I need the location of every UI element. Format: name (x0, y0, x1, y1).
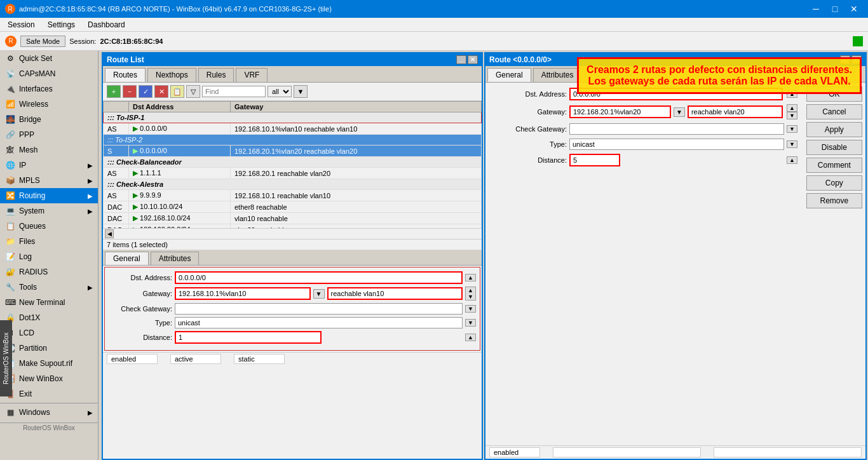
detail-distance-scroll[interactable]: ▲ (787, 156, 797, 164)
sidebar-item-ppp[interactable]: 🔗 PPP (0, 127, 98, 142)
minimize-button[interactable]: ─ (807, 3, 825, 15)
table-row-selected[interactable]: S ▶ 0.0.0.0/0 192.168.20.1%vlan20 reacha… (104, 145, 482, 157)
menu-settings[interactable]: Settings (43, 19, 80, 30)
route-list-close[interactable]: ✕ (468, 55, 478, 64)
check-gateway-scroll[interactable]: ▼ (465, 305, 476, 313)
menu-dashboard[interactable]: Dashboard (83, 19, 130, 30)
detail-distance-input[interactable] (569, 154, 620, 166)
routing-arrow-icon: ▶ (88, 193, 93, 200)
route-list-controls[interactable]: _ ✕ (456, 55, 478, 64)
detail-type-scroll[interactable]: ▼ (787, 140, 797, 148)
dst-scroll-up[interactable]: ▲ (465, 274, 476, 281)
detail-form: Dst. Address: ▲ Gateway: ▼ ▲ ▼ (485, 83, 803, 445)
status-enabled: enabled (107, 354, 158, 364)
safe-mode-button[interactable]: Safe Mode (20, 36, 65, 47)
distance-scroll[interactable]: ▲ (465, 334, 476, 341)
detail-tab-attributes[interactable]: Attributes (533, 68, 582, 82)
route-list-window: Route List _ ✕ Routes Nexthops Rules VRF… (102, 52, 483, 460)
detail-status-bar: enabled (485, 445, 865, 459)
detail-gateway-scroll[interactable]: ▲ ▼ (787, 104, 797, 119)
sidebar-item-exit[interactable]: 🚪 Exit (0, 386, 98, 402)
sidebar-item-ip[interactable]: 🌐 IP ▶ (0, 158, 98, 173)
sidebar-item-wireless[interactable]: 📶 Wireless (0, 97, 98, 112)
detail-gateway-input[interactable] (569, 105, 671, 118)
detail-gateway-dropdown[interactable]: ▼ (674, 107, 685, 117)
sidebar-item-make-supout[interactable]: 📄 Make Supout.rif (0, 356, 98, 371)
bottom-status-bar: enabled active static (103, 352, 482, 365)
disable-route-button[interactable]: ✕ (154, 85, 168, 98)
cancel-button[interactable]: Cancel (806, 104, 862, 119)
sidebar-item-system[interactable]: 💻 System ▶ (0, 203, 98, 219)
sidebar-item-new-terminal[interactable]: ⌨ New Terminal (0, 295, 98, 310)
apply-button[interactable]: Apply (806, 122, 862, 137)
filter-route-button[interactable]: ▽ (186, 85, 200, 98)
table-row[interactable]: AS ▶ 9.9.9.9 192.168.10.1 reachable vlan… (104, 190, 482, 201)
detail-type-input[interactable] (569, 139, 784, 150)
tab-vrf[interactable]: VRF (236, 68, 268, 82)
detail-tab-general[interactable]: General (487, 68, 531, 82)
close-button[interactable]: ✕ (845, 3, 863, 15)
window-controls[interactable]: ─ □ ✕ (807, 3, 863, 15)
sidebar-item-partition[interactable]: 💽 Partition (0, 341, 98, 356)
sidebar-item-files[interactable]: 📁 Files (0, 234, 98, 249)
sidebar-item-bridge[interactable]: 🌉 Bridge (0, 112, 98, 127)
sidebar-item-log[interactable]: 📝 Log (0, 249, 98, 264)
tab-nexthops[interactable]: Nexthops (147, 68, 196, 82)
remove-button[interactable]: Remove (806, 193, 862, 208)
gateway-dropdown-button[interactable]: ▼ (313, 289, 325, 299)
sidebar-item-capsman[interactable]: 📡 CAPsMAN (0, 66, 98, 81)
sidebar-item-tools[interactable]: 🔧 Tools ▶ (0, 280, 98, 295)
col-dst[interactable]: Dst Address (129, 102, 231, 112)
remove-route-button[interactable]: − (123, 85, 137, 98)
sidebar-item-interfaces[interactable]: 🔌 Interfaces (0, 81, 98, 97)
route-list-minimize[interactable]: _ (456, 55, 466, 64)
status-static: static (234, 354, 285, 364)
comment-button[interactable]: Comment (806, 158, 862, 173)
table-row[interactable]: AS ▶ 0.0.0.0/0 192.168.10.1%vlan10 reach… (104, 123, 482, 135)
menu-session[interactable]: Session (3, 19, 40, 30)
route-dropdown-button[interactable]: ▼ (294, 85, 308, 98)
detail-check-gateway-scroll[interactable]: ▼ (787, 125, 797, 133)
check-gateway-input[interactable] (175, 303, 463, 315)
nav-left-button[interactable]: ◀ (105, 229, 114, 238)
copy-button[interactable]: Copy (806, 175, 862, 191)
sidebar-item-mesh[interactable]: 🕸 Mesh (0, 142, 98, 158)
table-row[interactable]: AS ▶ 1.1.1.1 192.168.20.1 reachable vlan… (104, 168, 482, 179)
sidebar-item-dot1x[interactable]: 🔒 Dot1X (0, 310, 98, 325)
distance-input[interactable] (175, 331, 322, 344)
gateway-scroll[interactable]: ▲▼ (465, 287, 476, 301)
detail-check-gateway-input[interactable] (569, 123, 784, 135)
sidebar-item-routing[interactable]: 🔀 Routing ▶ (0, 188, 98, 203)
gateway-input[interactable] (175, 287, 311, 300)
detail-type-label: Type: (491, 140, 567, 148)
maximize-button[interactable]: □ (826, 3, 844, 15)
table-row[interactable]: DAC ▶ 192.168.10.0/24 vlan10 reachable (104, 213, 482, 224)
row-gateway: 192.168.10.1 reachable vlan10 (231, 190, 482, 201)
sidebar-item-windows[interactable]: ▦ Windows ▶ (0, 405, 98, 420)
dst-address-input[interactable] (175, 271, 463, 284)
col-gateway[interactable]: Gateway (231, 102, 482, 112)
disable-button[interactable]: Disable (806, 140, 862, 155)
sidebar-item-new-winbox[interactable]: 🪟 New WinBox (0, 371, 98, 386)
copy-route-button[interactable]: 📋 (170, 85, 184, 98)
sidebar-item-quick-set[interactable]: ⚙ Quick Set (0, 51, 98, 66)
enable-route-button[interactable]: ✓ (139, 85, 153, 98)
bottom-tab-general[interactable]: General (105, 252, 149, 265)
route-find-input[interactable] (202, 86, 266, 97)
tab-routes[interactable]: Routes (105, 68, 146, 82)
gateway-label: Gateway: (109, 290, 172, 297)
sidebar-item-radius[interactable]: 🔐 RADIUS (0, 264, 98, 280)
add-route-button[interactable]: + (107, 85, 121, 98)
tab-rules[interactable]: Rules (198, 68, 234, 82)
detail-gateway-suffix-input[interactable] (688, 105, 783, 118)
sidebar-item-queues[interactable]: 📋 Queues (0, 219, 98, 234)
sidebar-item-lcd[interactable]: 🖥 LCD (0, 325, 98, 341)
gateway-suffix-input[interactable] (327, 287, 463, 300)
table-row[interactable]: DAC ▶ 10.10.10.0/24 ether8 reachable (104, 201, 482, 213)
type-scroll[interactable]: ▼ (465, 319, 476, 327)
route-scope-select[interactable]: all (268, 86, 292, 97)
type-input[interactable] (175, 317, 463, 328)
sidebar-item-mpls[interactable]: 📦 MPLS ▶ (0, 173, 98, 188)
row-dst: ▶ 9.9.9.9 (129, 190, 231, 201)
bottom-tab-attributes[interactable]: Attributes (151, 252, 200, 265)
